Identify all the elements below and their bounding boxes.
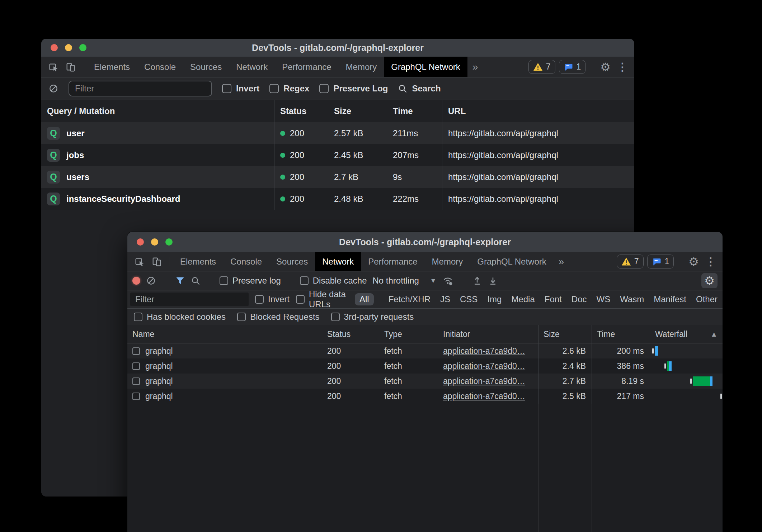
chip-img[interactable]: Img [485,293,504,305]
more-tabs-chevron-icon[interactable]: » [554,252,569,271]
chip-ws[interactable]: WS [594,293,612,305]
has-blocked-cookies-checkbox[interactable] [134,313,142,321]
invert-checkbox-group[interactable]: Invert [255,294,290,304]
request-row[interactable]: Quser 200 2.57 kB 211ms https://gitlab.c… [41,122,634,144]
tab-console[interactable]: Console [137,57,183,77]
issues-badge[interactable]: 1 [559,60,586,74]
tab-elements[interactable]: Elements [87,57,137,77]
warnings-badge[interactable]: 7 [617,255,644,269]
third-party-requests-group[interactable]: 3rd-party requests [331,312,414,322]
header-status[interactable]: Status [322,325,379,343]
more-tabs-chevron-icon[interactable]: » [467,57,483,77]
initiator-link[interactable]: application-a7ca9d0… [443,391,525,401]
network-request-row[interactable]: graphql 200 fetch application-a7ca9d0… 2… [127,374,723,389]
throttling-dropdown[interactable]: No throttling ▼ [372,276,436,286]
row-checkbox[interactable] [132,393,140,400]
hide-data-urls-group[interactable]: Hide data URLs [296,289,348,309]
chip-js[interactable]: JS [438,293,452,305]
tab-graphql-network[interactable]: GraphQL Network [470,252,554,271]
row-checkbox[interactable] [132,377,140,385]
filter-funnel-icon[interactable] [175,276,185,286]
initiator-link[interactable]: application-a7ca9d0… [443,376,525,386]
inspect-element-icon[interactable] [45,57,62,77]
minimize-button[interactable] [151,238,158,246]
invert-checkbox[interactable] [222,84,231,93]
filter-input[interactable] [130,293,249,306]
warnings-badge[interactable]: 7 [528,60,555,74]
tab-memory[interactable]: Memory [339,57,384,77]
network-request-row[interactable]: graphql 200 fetch application-a7ca9d0… 2… [127,358,723,374]
chip-all[interactable]: All [355,293,374,305]
tab-console[interactable]: Console [223,252,269,271]
request-row[interactable]: Qusers 200 2.7 kB 9s https://gitlab.com/… [41,166,634,188]
tab-network[interactable]: Network [315,252,361,271]
inspect-element-icon[interactable] [131,252,148,271]
preserve-log-group[interactable]: Preserve log [220,276,281,286]
preserve-log-checkbox[interactable] [220,276,228,285]
clear-icon[interactable] [146,276,156,286]
third-party-requests-checkbox[interactable] [331,313,340,321]
chip-css[interactable]: CSS [458,293,480,305]
record-network-log-button[interactable] [132,277,140,285]
search-icon[interactable] [191,276,201,286]
filter-input[interactable] [69,81,212,96]
network-conditions-icon[interactable] [442,275,453,286]
kebab-menu-icon[interactable]: ⋮ [702,256,719,267]
blocked-requests-group[interactable]: Blocked Requests [237,312,319,322]
network-settings-button[interactable]: ⚙ [701,273,718,288]
preserve-log-checkbox-group[interactable]: Preserve Log [319,84,388,94]
header-url[interactable]: URL [442,100,634,122]
invert-checkbox-group[interactable]: Invert [222,84,259,94]
tab-sources[interactable]: Sources [183,57,229,77]
header-query-mutation[interactable]: Query / Mutation [41,100,274,122]
header-size[interactable]: Size [328,100,387,122]
header-waterfall[interactable]: Waterfall ▲ [650,325,723,343]
row-checkbox[interactable] [132,347,140,355]
initiator-link[interactable]: application-a7ca9d0… [443,346,525,356]
tab-network[interactable]: Network [229,57,275,77]
header-type[interactable]: Type [379,325,438,343]
tab-elements[interactable]: Elements [173,252,223,271]
header-status[interactable]: Status [274,100,328,122]
has-blocked-cookies-group[interactable]: Has blocked cookies [134,312,226,322]
tab-sources[interactable]: Sources [269,252,315,271]
row-checkbox[interactable] [132,362,140,370]
request-row[interactable]: QinstanceSecurityDashboard 200 2.48 kB 2… [41,188,634,210]
device-toolbar-icon[interactable] [148,252,165,271]
preserve-log-checkbox[interactable] [319,84,329,93]
hide-data-urls-checkbox[interactable] [296,295,305,304]
header-time[interactable]: Time [387,100,442,122]
search-group[interactable]: Search [398,84,441,94]
tab-performance[interactable]: Performance [275,57,338,77]
close-button[interactable] [51,44,58,51]
network-request-row[interactable]: graphql 200 fetch application-a7ca9d0… 2… [127,389,723,404]
invert-checkbox[interactable] [255,295,264,304]
chip-manifest[interactable]: Manifest [652,293,688,305]
disable-cache-checkbox[interactable] [300,276,309,285]
disable-cache-group[interactable]: Disable cache [300,276,367,286]
tab-graphql-network[interactable]: GraphQL Network [384,57,467,77]
device-toolbar-icon[interactable] [62,57,79,77]
chip-doc[interactable]: Doc [569,293,589,305]
zoom-button[interactable] [165,238,173,246]
chip-media[interactable]: Media [509,293,537,305]
header-name[interactable]: Name [127,325,322,343]
regex-checkbox-group[interactable]: Regex [269,84,309,94]
chip-wasm[interactable]: Wasm [618,293,646,305]
kebab-menu-icon[interactable]: ⋮ [614,62,631,72]
network-request-row[interactable]: graphql 200 fetch application-a7ca9d0… 2… [127,343,723,358]
zoom-button[interactable] [79,44,86,51]
regex-checkbox[interactable] [269,84,279,93]
chip-font[interactable]: Font [542,293,564,305]
blocked-requests-checkbox[interactable] [237,313,246,321]
tab-performance[interactable]: Performance [361,252,424,271]
header-initiator[interactable]: Initiator [438,325,538,343]
settings-gear-icon[interactable]: ⚙ [688,256,699,267]
tab-memory[interactable]: Memory [425,252,470,271]
header-time[interactable]: Time [592,325,650,343]
header-size[interactable]: Size [538,325,592,343]
settings-gear-icon[interactable]: ⚙ [600,61,611,73]
initiator-link[interactable]: application-a7ca9d0… [443,361,525,371]
close-button[interactable] [137,238,144,246]
chip-other[interactable]: Other [694,293,720,305]
